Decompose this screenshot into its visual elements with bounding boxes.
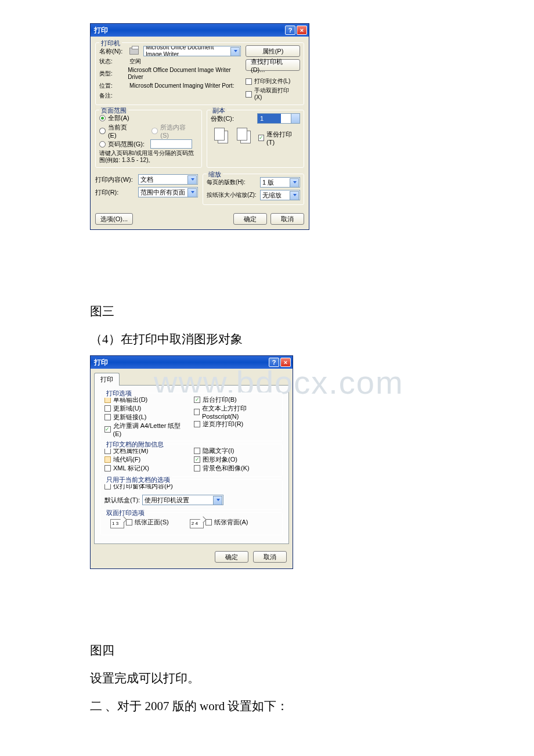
copies-legend: 副本	[211, 106, 227, 115]
background-print-checkbox[interactable]: 后台打印(B)	[194, 395, 237, 404]
close-icon[interactable]: ×	[297, 26, 307, 35]
back-checkbox[interactable]: 纸张背面(A)	[205, 518, 248, 527]
collate-checkbox[interactable]: 逐份打印(T)	[258, 130, 297, 146]
titlebar[interactable]: 打印 ? ×	[91, 24, 309, 37]
dialog-title: 打印	[94, 26, 108, 35]
allow-a4-checkbox[interactable]: 允许重调 A4/Letter 纸型(E)	[104, 422, 186, 437]
current-doc-legend: 只用于当前文档的选项	[104, 476, 172, 484]
tab-print[interactable]: 打印	[94, 373, 120, 386]
help-icon[interactable]: ?	[285, 26, 295, 35]
include-legend: 打印文档的附加信息	[104, 440, 165, 449]
type-value: Microsoft Office Document Image Writer D…	[128, 67, 241, 81]
figure-caption-3: 图三	[90, 300, 499, 323]
page-range-group: 页面范围 全部(A) 当前页(E) 所选内容(S) 页码范围(G): 请键入页码…	[95, 110, 202, 168]
cancel-button[interactable]: 取消	[270, 213, 304, 225]
duplex-front-icon	[110, 519, 124, 528]
current-doc-group: 只用于当前文档的选项 仅打印窗体域内容(P) 默认纸盒(T): 使用打印机设置	[100, 479, 283, 510]
find-printer-button[interactable]: 查找打印机(D)...	[246, 59, 300, 71]
print-what-select[interactable]: 文档	[138, 174, 198, 185]
cancel-button[interactable]: 取消	[253, 551, 287, 563]
print-what-label: 打印内容(W):	[95, 175, 136, 184]
ps-over-text-checkbox[interactable]: 在文本上方打印 Postscript(N)	[194, 404, 275, 420]
pages-input[interactable]	[150, 139, 192, 149]
manual-duplex-checkbox[interactable]: 手动双面打印(X)	[246, 87, 297, 101]
update-links-checkbox[interactable]: 更新链接(L)	[104, 413, 146, 422]
print-label: 打印(R):	[95, 188, 136, 197]
scale-label: 按纸张大小缩放(Z):	[207, 192, 258, 199]
options-button[interactable]: 选项(O)...	[95, 213, 133, 225]
xml-tags-checkbox[interactable]: XML 标记(X)	[104, 464, 149, 473]
ok-button[interactable]: 确定	[215, 551, 248, 563]
scale-select[interactable]: 无缩放	[260, 190, 300, 200]
pages-radio[interactable]: 页码范围(G):	[99, 140, 145, 149]
hidden-text-checkbox[interactable]: 隐藏文字(I)	[194, 447, 234, 455]
print-dialog: 打印 ? × 打印机 名称(N): Microsoft Office Docum…	[90, 23, 309, 230]
paragraph-4: （4）在打印中取消图形对象	[90, 327, 499, 351]
pages-per-label: 每页的版数(H):	[207, 179, 258, 186]
copies-spinner[interactable]: 1	[257, 113, 300, 124]
current-page-radio[interactable]: 当前页(E)	[99, 123, 135, 139]
bg-colors-checkbox[interactable]: 背景色和图像(K)	[194, 464, 250, 473]
range-legend: 页面范围	[99, 106, 128, 115]
copies-label: 份数(C):	[211, 114, 244, 123]
selection-radio: 所选内容(S)	[151, 123, 194, 139]
tray-select[interactable]: 使用打印机设置	[142, 495, 223, 505]
print-options-dialog: 打印 ? × 打印 打印选项 草稿输出(D) 更新域(U) 更新链接(L) 允许	[90, 355, 293, 569]
pages-per-select[interactable]: 1 版	[260, 177, 300, 188]
paragraph-done: 设置完成可以打印。	[90, 667, 499, 690]
duplex-legend: 双面打印选项	[104, 509, 146, 517]
print-options-group: 打印选项 草稿输出(D) 更新域(U) 更新链接(L) 允许重调 A4/Lett…	[100, 393, 283, 441]
pages-hint: 请键入页码和/或用逗号分隔的页码范围(例如: 1.3.5 - 12)。	[99, 150, 198, 164]
duplex-group: 双面打印选项 纸张正面(S) 纸张背面(A)	[100, 512, 283, 535]
printer-group: 打印机 名称(N): Microsoft Office Document Ima…	[95, 42, 304, 105]
dialog-title: 打印	[94, 358, 108, 368]
ok-button[interactable]: 确定	[233, 213, 267, 225]
close-icon[interactable]: ×	[280, 358, 291, 367]
printer-legend: 打印机	[99, 39, 122, 48]
include-with-doc-group: 打印文档的附加信息 文档属性(M) 域代码(F) XML 标记(X) 隐藏文字(…	[100, 444, 283, 477]
tray-label: 默认纸盒(T):	[104, 496, 140, 505]
paragraph-2007: 二 、对于 2007 版的 word 设置如下：	[90, 694, 499, 718]
type-label: 类型:	[99, 70, 125, 77]
reverse-order-checkbox[interactable]: 逆页序打印(R)	[194, 420, 243, 429]
duplex-back-icon	[190, 519, 204, 528]
titlebar[interactable]: 打印 ? ×	[91, 356, 293, 369]
copies-group: 副本 份数(C): 1 逐份打印(T)	[207, 110, 304, 168]
collate-preview-icon	[213, 127, 229, 145]
zoom-group: 缩放 每页的版数(H): 1 版 按纸张大小缩放(Z): 无缩放	[203, 174, 304, 205]
print-select[interactable]: 范围中所有页面	[138, 187, 198, 197]
status-label: 状态:	[99, 58, 127, 65]
help-icon[interactable]: ?	[269, 358, 279, 367]
collate-preview-icon	[236, 127, 251, 145]
properties-button[interactable]: 属性(P)	[246, 45, 300, 57]
figure-caption-4: 图四	[90, 639, 499, 662]
printer-name-select[interactable]: Microsoft Office Document Image Writer	[143, 46, 241, 56]
drawings-checkbox[interactable]: 图形对象(O)	[194, 455, 237, 464]
comment-label: 备注:	[99, 92, 127, 99]
status-value: 空闲	[129, 58, 141, 65]
field-codes-checkbox[interactable]: 域代码(F)	[104, 455, 140, 464]
location-label: 位置:	[99, 82, 127, 89]
printer-icon	[129, 48, 139, 55]
update-fields-checkbox[interactable]: 更新域(U)	[104, 404, 141, 413]
location-value: Microsoft Document Imaging Writer Port:	[129, 82, 234, 89]
print-options-legend: 打印选项	[104, 389, 134, 398]
front-checkbox[interactable]: 纸张正面(S)	[126, 518, 169, 527]
name-label: 名称(N):	[99, 47, 127, 56]
zoom-legend: 缩放	[207, 170, 223, 179]
print-to-file-checkbox[interactable]: 打印到文件(L)	[246, 78, 297, 85]
